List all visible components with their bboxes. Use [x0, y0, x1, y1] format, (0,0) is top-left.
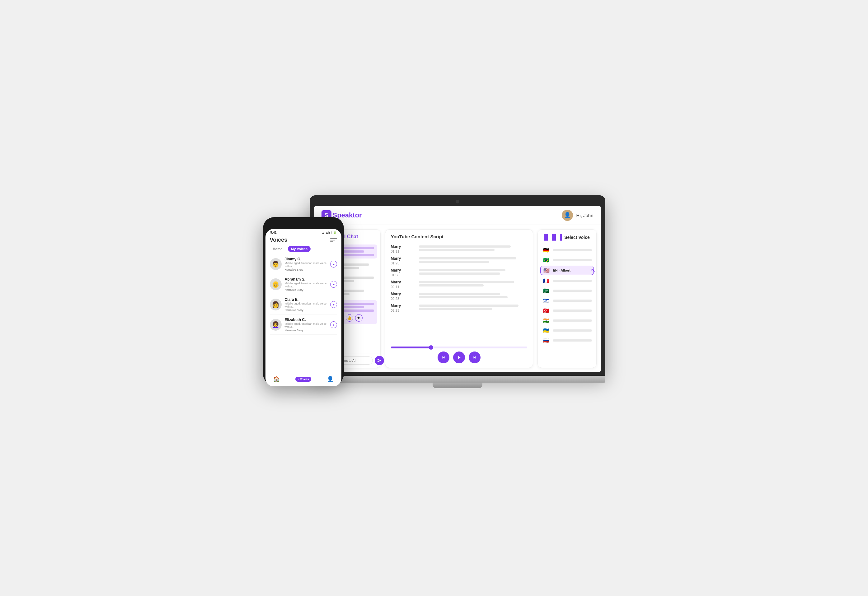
- nav-voices[interactable]: ♪ Voices: [295, 377, 312, 382]
- laptop-camera: [455, 200, 459, 204]
- flag-ru: 🇷🇺: [542, 338, 550, 343]
- voice-name-clara: Clara E.: [285, 297, 327, 302]
- laptop-base: [310, 376, 605, 383]
- laptop-foot: [433, 383, 482, 388]
- voice-panel: ▐▌▐▌▐ Select Voice 🇩🇪 🇧🇷: [537, 229, 597, 368]
- voice-desc-abraham: Middle aged American male voice with a..…: [285, 282, 327, 288]
- flag-br: 🇧🇷: [542, 257, 550, 263]
- voice-item-ua[interactable]: 🇺🇦: [540, 326, 594, 335]
- nav-home[interactable]: 🏠: [273, 376, 280, 383]
- play-jimmy-button[interactable]: ▶: [330, 261, 337, 267]
- voice-info-jimmy: Jimmy C. Middle aged American male voice…: [285, 257, 327, 271]
- voice-item-de[interactable]: 🇩🇪: [540, 246, 594, 254]
- phone-status-icons: ▲ WiFi 🔋: [322, 231, 336, 234]
- rewind-button[interactable]: [438, 351, 450, 363]
- app-header: S Speaktor 👤 Hi, John: [314, 206, 601, 225]
- flag-in: 🇮🇳: [542, 317, 550, 323]
- voice-skel: [553, 259, 592, 261]
- thumbs-up-icon[interactable]: 👍: [346, 314, 353, 322]
- voice-tag-elizabeth: Narrative Story: [285, 329, 327, 332]
- mobile-voice-list: 👨 Jimmy C. Middle aged American male voi…: [265, 254, 342, 373]
- avatar-abraham: 👴: [270, 279, 282, 290]
- script-controls: [385, 344, 533, 368]
- script-row: Marry02:11: [391, 280, 527, 289]
- player-buttons: [438, 351, 481, 363]
- cursor-arrow-icon: ↖: [591, 267, 596, 274]
- voice-row-clara: 👩 Clara E. Middle aged American male voi…: [270, 295, 337, 314]
- laptop: S Speaktor 👤 Hi, John AI Chat: [310, 195, 605, 394]
- flag-il: 🇮🇱: [542, 298, 550, 303]
- script-row: Marry01:23: [391, 256, 527, 265]
- avatar-jimmy: 👨: [270, 258, 282, 270]
- flag-de: 🇩🇪: [542, 247, 550, 253]
- phone: 9:41 ▲ WiFi 🔋 Voices H: [263, 217, 344, 385]
- voice-skel: [553, 319, 592, 322]
- phone-time: 9:41: [271, 231, 277, 234]
- voice-row-elizabeth: 👩‍🦱 Elizabeth C. Middle aged American ma…: [270, 315, 337, 335]
- flag-us: 🇺🇸: [543, 267, 550, 273]
- play-elizabeth-button[interactable]: ▶: [330, 321, 337, 328]
- phone-tabs: Home My Voices: [265, 245, 342, 254]
- nav-profile[interactable]: 👤: [327, 376, 334, 383]
- flag-sa: 🇸🇦: [542, 288, 550, 294]
- phone-bottom-nav: 🏠 ♪ Voices 👤: [265, 373, 342, 387]
- phone-status-bar: 9:41 ▲ WiFi 🔋: [265, 229, 342, 234]
- voice-item-il[interactable]: 🇮🇱: [540, 296, 594, 305]
- laptop-screen: S Speaktor 👤 Hi, John AI Chat: [314, 206, 601, 372]
- flag-tr: 🇹🇷: [542, 308, 550, 313]
- voice-info-elizabeth: Elizabeth C. Middle aged American male v…: [285, 317, 327, 332]
- greeting-text: Hi, John: [576, 213, 593, 218]
- tab-my-voices[interactable]: My Voices: [288, 246, 311, 252]
- voice-info-clara: Clara E. Middle aged American male voice…: [285, 297, 327, 312]
- progress-bar[interactable]: [391, 347, 527, 348]
- script-row: Marry01:58: [391, 268, 527, 277]
- script-panel: YouTube Content Script Marry01:11 Marry0…: [385, 229, 533, 368]
- voice-skel: [553, 290, 592, 292]
- script-list: Marry01:11 Marry01:23 Marry01:58: [385, 242, 533, 344]
- voice-desc-clara: Middle aged American male voice with a..…: [285, 302, 327, 308]
- active-voice-label: EN - Albert: [553, 268, 591, 272]
- send-button[interactable]: [375, 356, 384, 365]
- voice-skel: [553, 329, 592, 332]
- profile-icon: 👤: [327, 376, 334, 383]
- forward-button[interactable]: [469, 351, 481, 363]
- voice-panel-title: Select Voice: [564, 235, 590, 240]
- script-row: Marry02:23: [391, 304, 527, 312]
- play-button[interactable]: [453, 351, 465, 363]
- progress-fill: [391, 347, 432, 348]
- phone-notch: [291, 221, 316, 228]
- play-clara-button[interactable]: ▶: [330, 301, 337, 308]
- voice-tag-jimmy: Narrative Story: [285, 268, 327, 271]
- voice-desc-jimmy: Middle aged American male voice with a..…: [285, 262, 327, 268]
- script-row: Marry02:23: [391, 292, 527, 301]
- play-abraham-button[interactable]: ▶: [330, 281, 337, 288]
- phone-screen: 9:41 ▲ WiFi 🔋 Voices H: [265, 229, 342, 387]
- voice-row-jimmy: 👨 Jimmy C. Middle aged American male voi…: [270, 254, 337, 274]
- voices-nav-label: ♪ Voices: [295, 377, 312, 382]
- voice-item-us[interactable]: 🇺🇸 EN - Albert ↖: [540, 266, 594, 275]
- voice-skel: [553, 299, 592, 302]
- home-icon: 🏠: [273, 376, 280, 383]
- voice-item-tr[interactable]: 🇹🇷: [540, 306, 594, 315]
- user-info: 👤 Hi, John: [562, 209, 593, 221]
- voice-skel: [553, 280, 592, 282]
- voice-list: 🇩🇪 🇧🇷 🇺🇸 EN - Albert ↖: [538, 243, 596, 368]
- voice-wave-icon: ▐▌▐▌▐: [542, 234, 562, 240]
- voice-skel: [553, 339, 592, 342]
- voice-desc-elizabeth: Middle aged American male voice with a..…: [285, 322, 327, 329]
- star-icon[interactable]: ★: [355, 314, 362, 322]
- voice-name-elizabeth: Elizabeth C.: [285, 317, 327, 322]
- progress-knob[interactable]: [429, 345, 433, 350]
- tab-home[interactable]: Home: [270, 246, 286, 252]
- voice-item-fr[interactable]: 🇫🇷: [540, 276, 594, 285]
- voice-item-in[interactable]: 🇮🇳: [540, 316, 594, 325]
- app-content: AI Chat: [314, 225, 601, 372]
- voice-item-sa[interactable]: 🇸🇦: [540, 286, 594, 295]
- filter-icon[interactable]: [330, 238, 337, 243]
- voice-tag-clara: Narrative Story: [285, 308, 327, 312]
- voice-item-br[interactable]: 🇧🇷: [540, 256, 594, 264]
- voice-item-ru[interactable]: 🇷🇺: [540, 336, 594, 345]
- script-panel-title: YouTube Content Script: [385, 230, 533, 242]
- voice-panel-header: ▐▌▐▌▐ Select Voice: [538, 230, 596, 243]
- voice-info-abraham: Abraham S. Middle aged American male voi…: [285, 277, 327, 292]
